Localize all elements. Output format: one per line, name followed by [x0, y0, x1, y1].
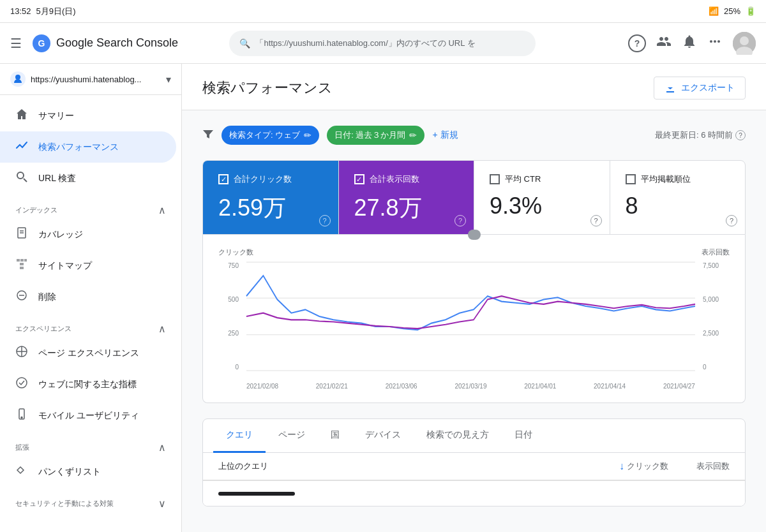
sidebar-nav: サマリー 検索パフォーマンス URL 検査 インデックス ∧: [0, 95, 181, 517]
sidebar-label-page-experience: ページ エクスペリエンス: [38, 348, 139, 359]
search-bar[interactable]: 🔍 「https://yuushumi.hatenablog.com/」内のすべ…: [229, 31, 536, 56]
impressions-help-icon[interactable]: ?: [454, 215, 466, 226]
section-chevron-index[interactable]: ∧: [158, 204, 166, 216]
section-label-experience: エクスペリエンス ∧: [0, 313, 181, 337]
table-header-clicks[interactable]: クリック数: [627, 461, 668, 472]
filter-chip-search-type[interactable]: 検索タイプ: ウェブ ✏: [222, 126, 319, 145]
page-exp-icon: [15, 345, 28, 361]
tab-actions: [722, 419, 735, 452]
svg-line-7: [24, 179, 27, 182]
notification-icon[interactable]: [682, 34, 697, 52]
removal-icon: [15, 289, 28, 305]
sidebar-item-sitemap[interactable]: サイトマップ: [0, 250, 176, 281]
section-chevron-extensions[interactable]: ∧: [158, 441, 166, 454]
svg-rect-11: [17, 259, 20, 262]
accounts-icon[interactable]: [656, 34, 672, 52]
ctr-help-icon[interactable]: ?: [590, 215, 602, 226]
tab-page[interactable]: ページ: [266, 419, 318, 453]
menu-icon[interactable]: ☰: [10, 36, 22, 51]
status-bar: 13:52 5月9日(日) 📶 25% 🔋: [0, 0, 766, 23]
sidebar-item-breadcrumb[interactable]: パンくずリスト: [0, 456, 176, 487]
property-selector[interactable]: https://yuushumi.hatenablog... ▾: [0, 64, 181, 95]
metric-card-position[interactable]: 平均掲載順位 8 ?: [610, 161, 746, 234]
sidebar-label-url-inspection: URL 検査: [38, 173, 76, 184]
svg-point-3: [740, 36, 749, 45]
search-placeholder: 「https://yuushumi.hatenablog.com/」内のすべての…: [255, 38, 475, 49]
filter-chip-date[interactable]: 日付: 過去３か月間 ✏: [327, 126, 424, 145]
filter-bar: 検索タイプ: ウェブ ✏ 日付: 過去３か月間 ✏ + 新規 最終更新日: 6 …: [202, 126, 746, 145]
top-nav: ☰ G Google Search Console 🔍 「https://yuu…: [0, 23, 766, 64]
section-label-index: インデックス ∧: [0, 194, 181, 219]
export-button[interactable]: エクスポート: [654, 77, 746, 100]
edit-icon-date: ✏: [409, 130, 417, 140]
metric-checkbox-position[interactable]: [626, 174, 636, 184]
metric-card-impressions[interactable]: 合計表示回数 27.8万 ?: [339, 161, 475, 234]
chart-y-axis-left: 750 500 250 0: [218, 262, 244, 371]
last-updated: 最終更新日: 6 時間前 ?: [655, 129, 746, 141]
svg-point-6: [17, 172, 24, 179]
clicks-help-icon[interactable]: ?: [319, 215, 331, 226]
sidebar-item-page-experience[interactable]: ページ エクスペリエンス: [0, 337, 176, 369]
section-label-extensions: 拡張 ∧: [0, 431, 181, 456]
user-avatar[interactable]: [733, 32, 756, 55]
chart-drag-handle[interactable]: [468, 230, 481, 240]
table-filter-icon[interactable]: [722, 428, 735, 444]
apps-icon[interactable]: [707, 34, 723, 52]
tabs-bar: クエリ ページ 国 デバイス 検索での見え方 日付: [203, 419, 745, 453]
chart-x-labels: 2021/02/08 2021/02/21 2021/03/06 2021/03…: [246, 383, 695, 390]
chart-left-label: クリック数: [218, 248, 253, 257]
search-icon: [15, 170, 28, 186]
section-chevron-security[interactable]: ∨: [158, 498, 166, 510]
wifi-icon: 📶: [709, 6, 719, 16]
property-url: https://yuushumi.hatenablog...: [31, 75, 161, 84]
page-title: 検索パフォーマンス: [202, 78, 333, 98]
table-header: 上位のクエリ ↓ クリック数 表示回数: [203, 453, 745, 480]
metric-checkbox-clicks[interactable]: [218, 174, 229, 184]
add-filter-button[interactable]: + 新規: [432, 129, 458, 141]
app-logo-text: Google Search Console: [56, 36, 178, 50]
metric-value-clicks: 2.59万: [218, 193, 323, 224]
tab-search-appearance[interactable]: 検索での見え方: [414, 419, 502, 453]
table-header-impressions[interactable]: 表示回数: [696, 461, 730, 472]
sidebar-item-url-inspection[interactable]: URL 検査: [0, 163, 176, 194]
sidebar-label-removal: 削除: [38, 292, 56, 303]
sidebar-label-web-vitals: ウェブに関する主な指標: [38, 379, 137, 390]
tab-device[interactable]: デバイス: [352, 419, 414, 453]
metrics-row: 合計クリック数 2.59万 ? 合計表示回数 27.8万 ?: [202, 160, 746, 235]
svg-point-21: [17, 378, 27, 388]
section-chevron-experience[interactable]: ∧: [158, 323, 166, 335]
sidebar-label-mobile: モバイル ユーザビリティ: [38, 410, 139, 422]
sidebar-item-removal[interactable]: 削除: [0, 281, 176, 313]
metric-card-clicks[interactable]: 合計クリック数 2.59万 ?: [203, 161, 339, 234]
svg-rect-14: [20, 263, 24, 265]
metric-label-impressions: 合計表示回数: [370, 174, 419, 185]
sidebar-label-summary: サマリー: [38, 110, 74, 122]
tab-country[interactable]: 国: [318, 419, 352, 453]
sidebar-item-search-performance[interactable]: 検索パフォーマンス: [0, 131, 176, 163]
position-help-icon[interactable]: ?: [726, 215, 737, 226]
content-header: 検索パフォーマンス エクスポート: [182, 64, 766, 110]
edit-icon: ✏: [304, 130, 312, 140]
help-icon[interactable]: ?: [628, 34, 646, 52]
svg-rect-15: [20, 267, 24, 269]
sidebar-item-summary[interactable]: サマリー: [0, 100, 176, 131]
mobile-icon: [15, 408, 28, 424]
sidebar-label-coverage: カバレッジ: [38, 229, 83, 240]
property-chevron-icon: ▾: [166, 73, 171, 85]
breadcrumb-icon: [15, 464, 28, 480]
sidebar-item-mobile[interactable]: モバイル ユーザビリティ: [0, 400, 176, 431]
google-logo-icon: G: [32, 34, 51, 53]
metric-card-ctr[interactable]: 平均 CTR 9.3% ?: [474, 161, 610, 234]
battery-icon: 🔋: [746, 6, 756, 16]
metric-label-ctr: 平均 CTR: [505, 174, 541, 185]
sidebar-item-web-vitals[interactable]: ウェブに関する主な指標: [0, 369, 176, 400]
tab-query[interactable]: クエリ: [213, 419, 266, 453]
sidebar-item-coverage[interactable]: カバレッジ: [0, 219, 176, 250]
bottom-row: [203, 480, 745, 506]
metric-checkbox-impressions[interactable]: [354, 174, 364, 184]
tab-date[interactable]: 日付: [502, 419, 545, 453]
metric-checkbox-ctr[interactable]: [490, 174, 500, 184]
metric-value-ctr: 9.3%: [490, 193, 594, 219]
filter-icon[interactable]: [202, 128, 214, 143]
chart-labels: クリック数 表示回数: [218, 248, 730, 257]
